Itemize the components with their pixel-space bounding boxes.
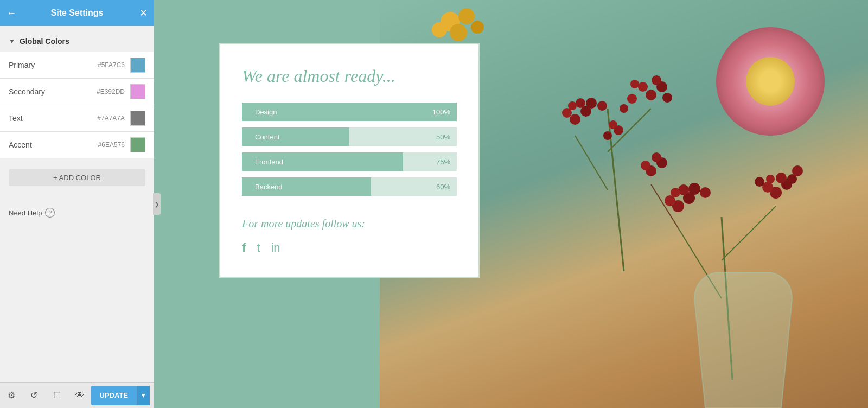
global-colors-section[interactable]: ▼ Global Colors: [0, 35, 154, 52]
svg-line-1: [575, 136, 608, 190]
color-row-accent: Accent #6EA576: [0, 132, 154, 158]
color-label-primary: Primary: [9, 61, 98, 69]
update-button[interactable]: UPDATE: [91, 386, 137, 405]
color-label-secondary: Secondary: [9, 87, 97, 96]
color-row-text: Text #7A7A7A: [0, 105, 154, 132]
sidebar-header: ← Site Settings ✕: [0, 0, 154, 26]
svg-point-42: [792, 165, 803, 176]
svg-point-30: [700, 187, 711, 198]
progress-bar-design: Design 100%: [242, 103, 457, 121]
svg-point-20: [609, 120, 617, 129]
back-button[interactable]: ←: [7, 8, 16, 19]
svg-point-12: [638, 82, 648, 92]
color-swatch-text[interactable]: [130, 111, 145, 126]
history-icon[interactable]: ↺: [23, 382, 46, 409]
svg-point-10: [646, 90, 656, 100]
color-swatch-primary[interactable]: [130, 58, 145, 73]
svg-point-7: [586, 98, 597, 109]
svg-point-43: [755, 177, 764, 187]
follow-text: For more updates follow us:: [242, 218, 457, 230]
svg-point-48: [450, 24, 467, 41]
svg-point-14: [630, 80, 639, 88]
color-swatch-secondary[interactable]: [130, 84, 145, 99]
bar-label-frontend: Frontend: [248, 158, 283, 166]
progress-bar-frontend: Frontend 75%: [242, 152, 457, 171]
bar-label-backend: Backend: [248, 183, 283, 191]
social-icons: f t in: [242, 241, 457, 255]
help-icon[interactable]: ?: [45, 208, 55, 218]
bar-label-design: Design: [248, 108, 277, 116]
svg-point-46: [471, 21, 484, 34]
svg-point-15: [662, 93, 672, 103]
svg-point-47: [432, 22, 447, 37]
svg-point-17: [627, 94, 637, 104]
preview-card: We are almost ready... Design 100% Conte…: [219, 43, 480, 278]
color-label-text: Text: [9, 114, 97, 123]
collapse-icon: ❯: [155, 201, 159, 207]
svg-point-18: [603, 131, 612, 140]
sidebar-content: ▼ Global Colors Primary #5FA7C6 Secondar…: [0, 26, 154, 408]
collapse-handle[interactable]: ❯: [153, 193, 161, 215]
bar-percent-backend: 60%: [436, 183, 450, 191]
add-color-button[interactable]: + ADD COLOR: [9, 169, 145, 186]
main-preview-area: We are almost ready... Design 100% Conte…: [154, 0, 868, 408]
svg-point-9: [568, 101, 577, 110]
svg-point-13: [652, 75, 661, 85]
close-button[interactable]: ✕: [139, 7, 148, 19]
twitter-icon[interactable]: t: [257, 241, 260, 255]
svg-point-41: [766, 175, 775, 183]
chevron-icon: ▼: [9, 37, 15, 45]
color-hex-text: #7A7A7A: [97, 114, 125, 122]
color-row-secondary: Secondary #E392DD: [0, 79, 154, 105]
facebook-icon[interactable]: f: [242, 241, 246, 255]
color-swatch-accent[interactable]: [130, 137, 145, 152]
bottom-toolbar: ⚙ ↺ ☐ 👁 UPDATE ▾: [0, 382, 154, 408]
bar-percent-design: 100%: [432, 108, 450, 116]
svg-point-39: [776, 173, 787, 183]
progress-bar-content: Content 50%: [242, 127, 457, 146]
svg-point-3: [570, 114, 580, 125]
preview-title: We are almost ready...: [242, 66, 457, 86]
color-hex-secondary: #E392DD: [97, 88, 125, 95]
progress-bar-backend: Backend 60%: [242, 177, 457, 196]
svg-point-35: [652, 152, 661, 162]
eye-icon[interactable]: 👁: [68, 382, 91, 409]
section-label: Global Colors: [20, 37, 69, 46]
add-color-section: + ADD COLOR: [0, 158, 154, 197]
svg-point-29: [688, 183, 700, 195]
color-hex-accent: #6EA576: [98, 141, 125, 149]
vase-decoration: [662, 245, 825, 408]
progress-bars: Design 100% Content 50% Frontend: [242, 103, 457, 196]
need-help-section: Need Help ?: [0, 197, 154, 228]
svg-point-31: [671, 188, 680, 197]
settings-icon[interactable]: ⚙: [0, 382, 23, 409]
sidebar: ← Site Settings ✕ ▼ Global Colors Primar…: [0, 0, 154, 408]
linkedin-icon[interactable]: in: [271, 241, 280, 255]
svg-point-8: [597, 101, 607, 111]
bar-label-content: Content: [248, 133, 280, 141]
update-dropdown-button[interactable]: ▾: [137, 386, 150, 405]
bar-percent-content: 50%: [436, 133, 450, 141]
sidebar-title: Site Settings: [51, 8, 104, 18]
update-button-group: UPDATE ▾: [91, 386, 150, 405]
color-row-primary: Primary #5FA7C6: [0, 52, 154, 79]
bar-percent-frontend: 75%: [436, 158, 450, 166]
desktop-icon[interactable]: ☐: [46, 382, 68, 409]
color-label-accent: Accent: [9, 141, 98, 149]
need-help-label: Need Help: [9, 209, 42, 217]
svg-point-6: [576, 98, 585, 108]
svg-point-34: [641, 161, 650, 170]
color-hex-primary: #5FA7C6: [98, 61, 125, 69]
svg-point-45: [458, 8, 475, 24]
